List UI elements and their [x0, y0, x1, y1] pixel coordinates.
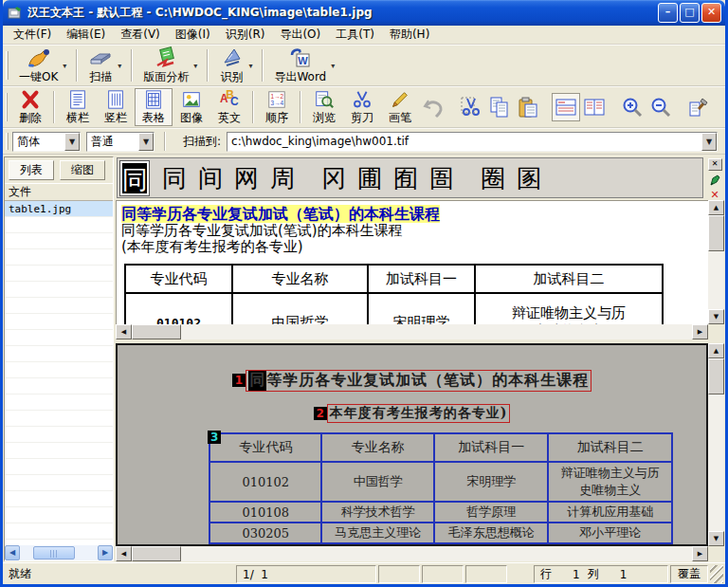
recognized-line[interactable]: (本年度有考生报考的各专业): [121, 239, 708, 255]
scan-region-2[interactable]: 2本年度有考生报考的各专业): [118, 404, 706, 423]
candidate-char[interactable]: 周: [270, 159, 295, 197]
scroll-up-icon[interactable]: ▲: [708, 343, 724, 358]
view-horizontal-split-button[interactable]: [552, 93, 580, 121]
scan-path-combobox[interactable]: c:\hwdoc_king\image\hw001.tif ▼: [227, 132, 718, 152]
file-panel-tab-列表[interactable]: 列表: [9, 160, 54, 180]
顺序-button[interactable]: 1→23→4顺序: [258, 88, 296, 126]
scroll-down-icon[interactable]: ▼: [708, 531, 724, 546]
menu-item[interactable]: 编辑(E): [59, 25, 113, 45]
menu-item[interactable]: 查看(V): [113, 25, 168, 45]
scrollbar-thumb[interactable]: [132, 546, 181, 561]
selected-char-highlight[interactable]: 同: [248, 371, 266, 391]
copy-button[interactable]: [485, 93, 514, 121]
candidate-char[interactable]: 冈: [321, 159, 346, 197]
text-pane-hscrollbar[interactable]: ◀ ▶: [116, 324, 724, 339]
chevron-down-icon[interactable]: ▼: [138, 133, 154, 151]
file-panel-tab-缩图[interactable]: 缩图: [60, 160, 105, 180]
scrollbar-thumb[interactable]: [708, 215, 724, 251]
chevron-down-icon[interactable]: ▼: [701, 133, 717, 151]
scrollbar-thumb[interactable]: [708, 358, 724, 394]
一键OK-button[interactable]: 一键OK▾: [12, 46, 72, 84]
text-pane-vscrollbar[interactable]: ▲ ▼: [708, 200, 724, 324]
chevron-down-icon[interactable]: ▾: [118, 62, 121, 70]
view-vertical-split-button[interactable]: [580, 93, 609, 121]
file-panel-hscrollbar[interactable]: ◀ ▶: [5, 545, 113, 560]
menu-item[interactable]: 帮助(H): [382, 25, 437, 45]
chevron-down-icon[interactable]: ▾: [63, 62, 66, 70]
删除-button[interactable]: 删除: [11, 88, 49, 126]
chevron-down-icon[interactable]: ▼: [64, 133, 80, 151]
chevron-down-icon[interactable]: ▾: [193, 62, 197, 70]
undo-button[interactable]: [419, 93, 447, 121]
recognized-text-pane[interactable]: 同等学历各专业复试加试（笔试）的本科生课程 同等学历各专业复试加试(笔试)的本科…: [116, 200, 708, 324]
reject-icon[interactable]: ✕: [710, 190, 719, 200]
竖栏-button[interactable]: 竖栏: [97, 88, 135, 126]
scrollbar-thumb[interactable]: [33, 546, 75, 559]
minimize-button[interactable]: –: [658, 3, 678, 23]
scroll-left-icon[interactable]: ◀: [116, 324, 132, 339]
横栏-button[interactable]: 横栏: [59, 88, 97, 126]
图像-button[interactable]: 图像: [173, 88, 210, 126]
menu-item[interactable]: 图像(I): [168, 25, 218, 45]
scrollbar-thumb[interactable]: [132, 324, 181, 339]
image-pane-hscrollbar[interactable]: ◀ ▶: [116, 546, 724, 561]
candidate-char[interactable]: 同: [162, 159, 187, 197]
scroll-right-icon[interactable]: ▶: [692, 546, 708, 561]
画笔-button[interactable]: 画笔: [381, 88, 419, 126]
剪刀-button[interactable]: 剪刀: [343, 88, 381, 126]
表格-button[interactable]: 表格: [135, 88, 173, 126]
recognized-title-highlight[interactable]: 同等学历各专业复试加试（笔试）的本科生课程: [121, 205, 440, 223]
toolbar-separator: [252, 91, 254, 123]
language-select[interactable]: 简体 ▼: [12, 132, 81, 152]
浏览-button[interactable]: 浏览: [305, 88, 343, 126]
scroll-up-icon[interactable]: ▲: [708, 200, 724, 215]
candidate-char[interactable]: 间: [198, 159, 223, 197]
confirm-pen-icon[interactable]: [708, 174, 721, 187]
selected-candidate-char[interactable]: 同: [120, 161, 149, 195]
cut-button[interactable]: [457, 93, 485, 121]
menu-item[interactable]: 识别(R): [218, 25, 273, 45]
scanned-image-pane[interactable]: 1同等学历各专业复试加试（笔试）的本科生课程 2本年度有考生报考的各专业) 3 …: [116, 343, 708, 546]
resize-grip[interactable]: [710, 565, 723, 583]
maximize-button[interactable]: □: [680, 3, 700, 23]
svg-text:W: W: [298, 54, 308, 65]
table-cell: 哲学原理: [434, 502, 548, 523]
candidate-char[interactable]: 圈: [481, 159, 505, 197]
zoom-out-button[interactable]: [646, 93, 675, 121]
scroll-down-icon[interactable]: ▼: [708, 309, 724, 324]
toolbar-separator: [164, 132, 166, 152]
menu-item[interactable]: 工具(T): [328, 25, 382, 45]
settings-tools-button[interactable]: [684, 93, 713, 121]
candidate-char[interactable]: 网: [234, 159, 259, 197]
recognized-table[interactable]: 专业代码专业名称加试科目一加试科目二010102中国哲学宋明理学辩证唯物主义与历…: [124, 264, 664, 324]
chevron-down-icon[interactable]: ▾: [331, 62, 335, 70]
导出Word-button[interactable]: W导出Word▾: [267, 46, 340, 84]
scroll-right-icon[interactable]: ▶: [98, 545, 113, 560]
识别-button[interactable]: 识别▾: [212, 46, 258, 84]
menu-item[interactable]: 文件(F): [6, 25, 59, 45]
英文-button[interactable]: ABC英文: [210, 88, 248, 126]
zoom-in-button[interactable]: [618, 93, 646, 121]
candidate-char[interactable]: 囿: [393, 159, 418, 197]
close-button[interactable]: ✕: [701, 3, 721, 23]
file-list-item[interactable]: table1.jpg: [5, 201, 113, 217]
scroll-left-icon[interactable]: ◀: [5, 545, 20, 560]
版面分析-button[interactable]: 版面分析▾: [136, 46, 203, 84]
mode-select[interactable]: 普通 ▼: [86, 132, 155, 152]
candidate-char[interactable]: 圃: [357, 159, 382, 197]
zoom-out-icon: [649, 96, 672, 119]
recognized-line[interactable]: 同等学历各专业复试加试(笔试)的本科生课程: [121, 223, 708, 239]
scan-region-3[interactable]: 3 专业代码专业名称加试科目一加试科目二010102中国哲学宋明理学辩证唯物主义…: [209, 432, 673, 544]
scroll-right-icon[interactable]: ▶: [692, 324, 708, 339]
scroll-left-icon[interactable]: ◀: [116, 546, 132, 561]
paste-button[interactable]: [514, 93, 542, 121]
扫描-button[interactable]: 扫描▾: [82, 46, 127, 84]
scan-region-1[interactable]: 1同等学历各专业复试加试（笔试）的本科生课程: [118, 370, 706, 392]
close-candidate-bar-button[interactable]: ✕: [708, 158, 722, 171]
image-pane-vscrollbar[interactable]: ▲ ▼: [708, 343, 724, 546]
candidate-char[interactable]: 圄: [429, 159, 454, 197]
menu-item[interactable]: 导出(O): [272, 25, 328, 45]
chevron-down-icon[interactable]: ▾: [248, 62, 252, 70]
candidate-char[interactable]: 圂: [517, 159, 541, 197]
scanned-table[interactable]: 专业代码专业名称加试科目一加试科目二010102中国哲学宋明理学辩证唯物主义与历…: [209, 432, 673, 544]
